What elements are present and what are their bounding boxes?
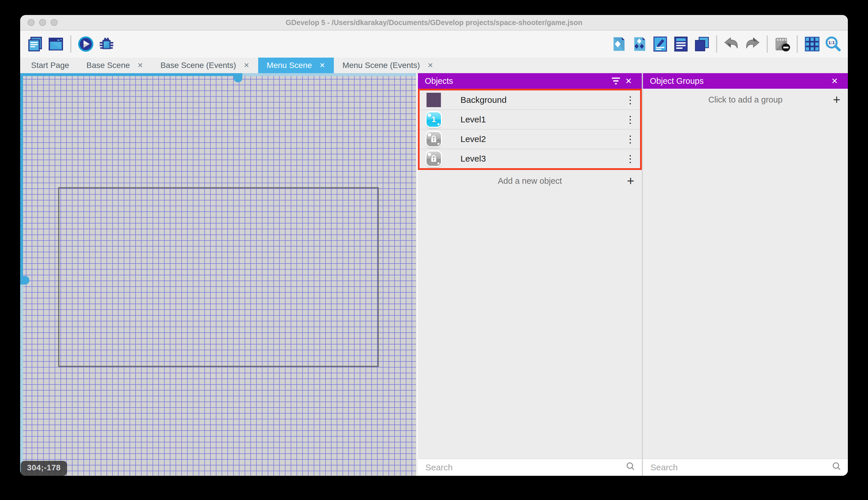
play-preview-icon [78, 36, 94, 53]
objects-panel-title: Objects [425, 76, 610, 86]
kebab-menu-icon[interactable]: ⋮ [621, 154, 640, 163]
tab-label: Menu Scene (Events) [342, 61, 420, 70]
scene-window-outline [58, 187, 379, 367]
tab-menu-scene-events[interactable]: Menu Scene (Events) ✕ [334, 58, 442, 73]
edit-scene-properties-button[interactable] [650, 33, 671, 56]
search-icon[interactable] [626, 462, 635, 474]
toolbar-separator [797, 35, 798, 53]
add-group-row[interactable]: Click to add a group + [643, 89, 848, 111]
titlebar: GDevelop 5 - /Users/dkarakay/Documents/G… [20, 15, 848, 31]
object-row[interactable]: Background ⋮ [420, 90, 640, 110]
traffic-lights [28, 15, 58, 30]
filter-icon[interactable] [610, 75, 622, 87]
toolbar-separator [70, 35, 71, 53]
cursor-coordinates-badge: 304;-178 [21, 461, 67, 476]
object-row[interactable]: Level3 ⋮ [420, 149, 640, 168]
groups-search-bar [643, 458, 848, 476]
plus-icon[interactable]: + [627, 174, 634, 187]
zoom-1-1-icon: 1:1 [824, 36, 841, 53]
vertical-scrollbar-thumb[interactable] [20, 276, 30, 285]
search-icon[interactable] [832, 462, 842, 474]
objects-search-bar [418, 458, 642, 476]
redo-button[interactable] [742, 33, 763, 56]
horizontal-scrollbar-thumb[interactable] [234, 73, 242, 82]
add-object-group-button[interactable] [629, 33, 650, 56]
minimize-window-button[interactable] [39, 19, 46, 26]
add-object-group-icon [631, 36, 648, 53]
add-object-row[interactable]: Add a new object + [418, 170, 642, 192]
zoom-reset-button[interactable]: 1:1 [822, 33, 843, 56]
object-name: Level3 [460, 154, 621, 163]
object-row[interactable]: Level2 ⋮ [420, 129, 640, 149]
scene-editor-canvas[interactable]: 304;-178 [20, 73, 416, 476]
zoom-window-button[interactable] [51, 19, 58, 26]
close-window-button[interactable] [28, 19, 35, 26]
add-object-button[interactable] [608, 33, 629, 56]
window-title: GDevelop 5 - /Users/dkarakay/Documents/G… [20, 19, 848, 27]
instances-list-icon [672, 36, 689, 53]
objects-panel: Objects ✕ Background ⋮ 1 Level1 [418, 73, 642, 476]
preview-window-icon [47, 36, 64, 53]
undo-button[interactable] [721, 33, 742, 56]
kebab-menu-icon[interactable]: ⋮ [621, 115, 640, 124]
kebab-menu-icon[interactable]: ⋮ [621, 95, 640, 105]
add-group-label: Click to add a group [708, 95, 783, 104]
close-tab-icon[interactable]: ✕ [244, 61, 249, 69]
tab-menu-scene[interactable]: Menu Scene ✕ [258, 58, 334, 73]
kebab-menu-icon[interactable]: ⋮ [621, 134, 640, 144]
tab-base-scene-events[interactable]: Base Scene (Events) ✕ [152, 58, 258, 73]
vertical-scrollbar-range [20, 73, 23, 285]
undo-icon [723, 36, 740, 53]
level1-button-icon: 1 [426, 112, 441, 127]
objects-search-input[interactable] [424, 462, 622, 473]
tab-base-scene[interactable]: Base Scene ✕ [78, 58, 152, 73]
edit-scene-properties-icon [652, 36, 669, 53]
horizontal-scrollbar-range [20, 73, 238, 76]
toolbar: 1:1 [20, 31, 848, 58]
object-row[interactable]: 1 Level1 ⋮ [420, 110, 640, 129]
screenshot-stage: GDevelop 5 - /Users/dkarakay/Documents/G… [0, 0, 868, 500]
plus-icon[interactable]: + [833, 93, 840, 106]
grid-icon [804, 36, 821, 53]
debug-button[interactable] [96, 33, 117, 56]
close-panel-icon[interactable]: ✕ [622, 75, 635, 87]
add-object-label: Add a new object [498, 176, 562, 186]
redo-icon [744, 36, 761, 53]
lock-icon [426, 132, 441, 146]
object-groups-panel: Object Groups ✕ Click to add a group + [643, 73, 848, 476]
project-manager-button[interactable] [25, 33, 46, 56]
debug-icon [98, 36, 115, 53]
groups-search-input[interactable] [649, 462, 828, 473]
objects-list-highlight: Background ⋮ 1 Level1 ⋮ Level2 ⋮ [418, 89, 642, 170]
instances-list-button[interactable] [671, 33, 691, 56]
tab-label: Base Scene [86, 61, 130, 70]
objects-panel-header: Objects ✕ [418, 73, 642, 89]
app-window: GDevelop 5 - /Users/dkarakay/Documents/G… [20, 15, 848, 476]
main-content: 304;-178 Objects ✕ Background ⋮ [20, 73, 848, 476]
object-groups-panel-header: Object Groups ✕ [643, 73, 848, 89]
toggle-instances-mask-icon [774, 36, 790, 53]
toggle-instances-mask-button[interactable] [772, 33, 793, 56]
close-panel-icon[interactable]: ✕ [828, 75, 841, 87]
layers-icon [693, 36, 710, 53]
tab-start-page[interactable]: Start Page [22, 58, 78, 73]
objects-panel-empty-area [418, 192, 642, 458]
preview-window-button[interactable] [46, 33, 66, 56]
object-name: Level2 [460, 134, 621, 144]
project-manager-icon [27, 36, 44, 53]
launch-preview-button[interactable] [75, 33, 96, 56]
close-tab-icon[interactable]: ✕ [427, 61, 433, 69]
svg-text:1:1: 1:1 [828, 40, 835, 45]
tab-label: Base Scene (Events) [160, 61, 236, 70]
toolbar-separator [767, 35, 768, 53]
layers-button[interactable] [691, 33, 712, 56]
object-name: Background [460, 95, 621, 105]
background-thumbnail [426, 93, 441, 107]
close-tab-icon[interactable]: ✕ [319, 61, 325, 69]
toggle-grid-button[interactable] [802, 33, 822, 56]
tab-label: Start Page [31, 61, 69, 70]
close-tab-icon[interactable]: ✕ [137, 61, 143, 69]
tab-label: Menu Scene [267, 61, 312, 70]
tab-bar: Start Page Base Scene ✕ Base Scene (Even… [20, 58, 848, 73]
object-groups-empty-area [643, 111, 848, 458]
